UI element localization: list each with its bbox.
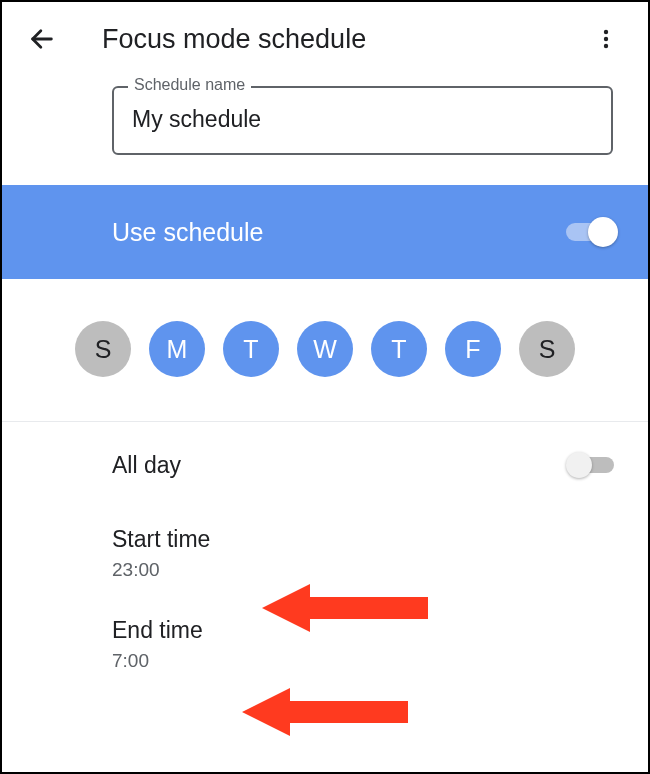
svg-point-2 xyxy=(604,37,608,41)
schedule-name-section: Schedule name My schedule xyxy=(2,76,648,185)
back-arrow-icon xyxy=(28,25,56,53)
day-sun[interactable]: S xyxy=(75,321,131,377)
end-time-value: 7:00 xyxy=(112,650,203,672)
use-schedule-row[interactable]: Use schedule xyxy=(2,185,648,279)
svg-point-3 xyxy=(604,44,608,48)
all-day-toggle[interactable] xyxy=(566,450,618,480)
start-time-row[interactable]: Start time 23:00 xyxy=(2,508,648,599)
page-title: Focus mode schedule xyxy=(102,24,584,55)
start-time-label: Start time xyxy=(112,526,210,553)
header: Focus mode schedule xyxy=(2,2,648,76)
svg-marker-5 xyxy=(242,688,408,736)
use-schedule-label: Use schedule xyxy=(112,218,263,247)
toggle-thumb xyxy=(566,452,592,478)
day-fri[interactable]: F xyxy=(445,321,501,377)
all-day-label: All day xyxy=(112,452,181,479)
all-day-row[interactable]: All day xyxy=(2,422,648,508)
svg-point-1 xyxy=(604,30,608,34)
days-row: S M T W T F S xyxy=(2,279,648,422)
more-button[interactable] xyxy=(584,17,628,61)
day-tue[interactable]: T xyxy=(223,321,279,377)
schedule-name-input[interactable]: Schedule name My schedule xyxy=(112,86,613,155)
toggle-thumb xyxy=(588,217,618,247)
day-sat[interactable]: S xyxy=(519,321,575,377)
start-time-value: 23:00 xyxy=(112,559,210,581)
day-thu[interactable]: T xyxy=(371,321,427,377)
end-time-label: End time xyxy=(112,617,203,644)
more-vert-icon xyxy=(594,27,618,51)
schedule-name-value: My schedule xyxy=(132,106,593,133)
use-schedule-toggle[interactable] xyxy=(566,217,618,247)
annotation-arrow-icon xyxy=(242,682,412,742)
day-wed[interactable]: W xyxy=(297,321,353,377)
back-button[interactable] xyxy=(20,17,64,61)
end-time-row[interactable]: End time 7:00 xyxy=(2,599,648,690)
day-mon[interactable]: M xyxy=(149,321,205,377)
schedule-name-label: Schedule name xyxy=(128,76,251,94)
